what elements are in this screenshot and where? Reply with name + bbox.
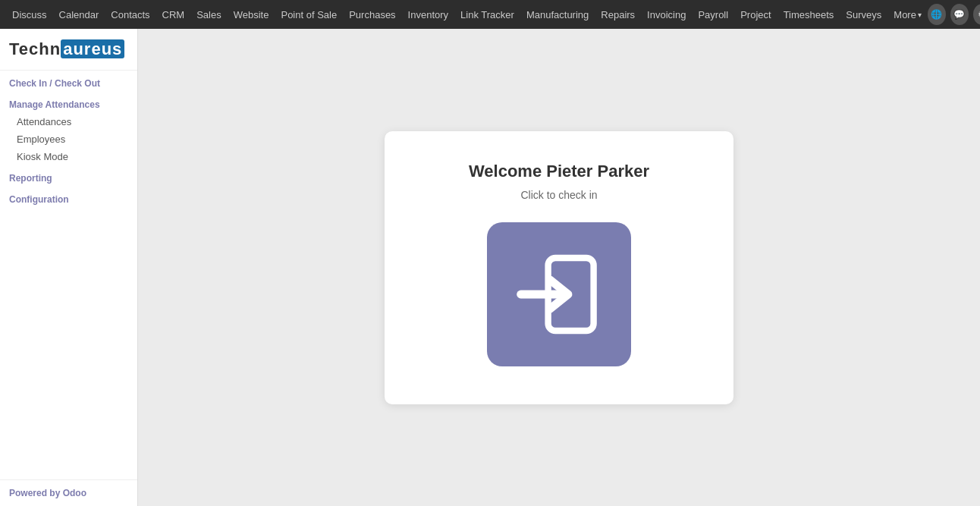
sidebar-section-check-in-out[interactable]: Check In / Check Out [0, 71, 137, 92]
sidebar-section-configuration[interactable]: Configuration [0, 187, 137, 208]
globe-icon[interactable]: 🌐 [928, 4, 946, 25]
chat-icon[interactable]: 💬 [950, 4, 969, 25]
sidebar-section-manage-attendances[interactable]: Manage Attendances [0, 92, 137, 113]
sidebar-section-reporting[interactable]: Reporting [0, 165, 137, 187]
sidebar-item-attendances[interactable]: Attendances [0, 113, 137, 130]
sidebar: Technaureus Check In / Check Out Manage … [0, 29, 138, 506]
logo-aureus: aureus [61, 39, 124, 58]
nav-inventory[interactable]: Inventory [402, 0, 454, 29]
main-content: Welcome Pieter Parker Click to check in [138, 29, 980, 506]
nav-calendar[interactable]: Calendar [53, 0, 105, 29]
welcome-title: Welcome Pieter Parker [469, 162, 649, 181]
navbar-right-actions: 🌐 💬 ⚙ A Administrator (test) [928, 3, 980, 26]
sidebar-logo[interactable]: Technaureus [0, 29, 137, 71]
nav-sales[interactable]: Sales [190, 0, 228, 29]
nav-repairs[interactable]: Repairs [595, 0, 641, 29]
nav-manufacturing[interactable]: Manufacturing [520, 0, 595, 29]
nav-point-of-sale[interactable]: Point of Sale [275, 0, 343, 29]
checkin-button[interactable] [487, 222, 631, 366]
nav-contacts[interactable]: Contacts [105, 0, 155, 29]
footer-brand: Odoo [63, 488, 86, 498]
nav-payroll[interactable]: Payroll [692, 0, 734, 29]
nav-crm[interactable]: CRM [156, 0, 191, 29]
nav-timesheets[interactable]: Timesheets [777, 0, 840, 29]
nav-more[interactable]: More ▾ [887, 0, 928, 29]
nav-discuss[interactable]: Discuss [6, 0, 53, 29]
nav-website[interactable]: Website [228, 0, 275, 29]
nav-surveys[interactable]: Surveys [840, 0, 887, 29]
sidebar-item-employees[interactable]: Employees [0, 130, 137, 148]
logo-techn: Techn [9, 39, 61, 58]
nav-link-tracker[interactable]: Link Tracker [454, 0, 520, 29]
footer-powered-text: Powered by [9, 488, 63, 498]
login-icon [514, 249, 605, 340]
top-navbar: Discuss Calendar Contacts CRM Sales Webs… [0, 0, 980, 29]
sidebar-footer: Powered by Odoo [0, 479, 137, 506]
nav-invoicing[interactable]: Invoicing [641, 0, 692, 29]
checkin-subtitle: Click to check in [520, 189, 597, 201]
sidebar-item-kiosk-mode[interactable]: Kiosk Mode [0, 148, 137, 165]
nav-purchases[interactable]: Purchases [343, 0, 401, 29]
nav-project[interactable]: Project [734, 0, 777, 29]
more-chevron-icon: ▾ [918, 11, 922, 19]
main-layout: Technaureus Check In / Check Out Manage … [0, 29, 980, 506]
settings-icon[interactable]: ⚙ [973, 4, 980, 25]
checkin-card: Welcome Pieter Parker Click to check in [385, 131, 733, 404]
